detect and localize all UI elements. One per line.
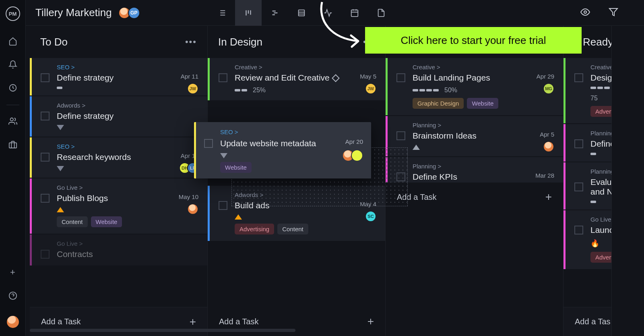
checkbox[interactable] <box>219 201 227 210</box>
progress-indicator <box>57 87 62 89</box>
card-title: Brainstorm Ideas <box>413 131 477 141</box>
horizontal-scrollbar[interactable] <box>30 329 295 332</box>
card-date: Apr 11 <box>181 73 198 80</box>
task-card[interactable]: Go Live > Publish Blogs May 10 ContentWe… <box>30 178 207 234</box>
activity-view-icon[interactable] <box>315 0 341 26</box>
checkbox[interactable] <box>396 131 405 140</box>
task-card[interactable]: Adwords > Define strategy <box>30 96 207 137</box>
task-card[interactable]: SEO > Research keywords Apr 13 DHLP <box>30 137 207 178</box>
filter-icon[interactable] <box>609 7 618 19</box>
card-title: Research keywords <box>57 152 131 162</box>
add-task-button[interactable]: Add a Task+ <box>386 183 563 212</box>
checkbox[interactable] <box>219 73 227 82</box>
tag[interactable]: Website <box>467 98 498 109</box>
card-date: May 5 <box>360 73 376 80</box>
card-title: Define KPIs <box>413 172 457 182</box>
plus-icon: + <box>190 315 196 328</box>
clock-icon[interactable] <box>5 80 21 96</box>
card-date: Mar 28 <box>535 172 554 179</box>
checkbox[interactable] <box>41 250 50 259</box>
help-icon[interactable] <box>5 288 21 304</box>
card-category[interactable]: Creative <box>590 64 603 71</box>
checkbox[interactable] <box>41 153 50 162</box>
task-card[interactable]: Go Live Launc 🔥 Adverti <box>564 210 611 269</box>
card-category[interactable]: Creative > <box>235 64 376 71</box>
add-icon[interactable]: + <box>5 264 21 280</box>
file-view-icon[interactable] <box>368 0 394 26</box>
calendar-view-icon[interactable] <box>341 0 368 26</box>
task-card[interactable]: Planning Define <box>564 124 611 162</box>
card-category[interactable]: SEO > <box>220 129 363 135</box>
column-more-icon[interactable]: ••• <box>185 37 197 47</box>
user-avatar-icon[interactable] <box>7 316 19 328</box>
column-title: In Design <box>218 36 262 48</box>
board-view-icon[interactable] <box>235 0 262 26</box>
dragging-card[interactable]: SEO > Update website metadata Apr 20 Web… <box>194 122 371 178</box>
checkbox[interactable] <box>41 194 50 203</box>
task-card[interactable]: Creative > Review and Edit Creative May … <box>208 58 385 100</box>
card-category[interactable]: Planning > <box>413 122 554 129</box>
card-category[interactable]: Go Live <box>590 216 603 223</box>
task-card[interactable]: Creative Desig 75 Adverti <box>564 58 611 123</box>
people-icon[interactable] <box>5 113 21 129</box>
card-category[interactable]: SEO > <box>57 64 198 71</box>
column-ready: Ready Creative Desig 75 Adverti Planning… <box>564 26 612 336</box>
add-task-button[interactable]: Add a Tas <box>564 307 611 336</box>
bell-icon[interactable] <box>5 56 21 73</box>
tag[interactable]: Graphic Design <box>413 98 464 109</box>
card-category[interactable]: Go Live > <box>57 240 198 247</box>
gantt-view-icon[interactable] <box>262 0 288 26</box>
progress-indicator <box>590 153 596 155</box>
home-icon[interactable] <box>5 33 21 49</box>
checkbox[interactable] <box>204 139 213 148</box>
task-card[interactable]: Creative > Build Landing Pages Apr 29 MG… <box>386 58 563 115</box>
tag[interactable]: Adverti <box>590 106 611 117</box>
tag[interactable]: Content <box>57 216 88 227</box>
card-title: Review and Edit Creative <box>235 73 339 83</box>
progress-indicator <box>413 89 439 91</box>
cta-banner[interactable]: Click here to start your free trial <box>365 27 582 54</box>
list-view-icon[interactable] <box>208 0 235 26</box>
card-category[interactable]: Adwords > <box>57 102 198 109</box>
task-card[interactable]: Planning > Brainstorm Ideas Apr 5 <box>386 116 563 156</box>
view-switcher <box>208 0 394 26</box>
card-category[interactable]: Creative > <box>413 64 554 71</box>
priority-icon <box>220 153 227 158</box>
tag[interactable]: Adverti <box>590 252 611 263</box>
priority-low-icon <box>57 125 64 130</box>
column-title: To Do <box>40 36 68 48</box>
card-category[interactable]: Planning <box>590 130 603 137</box>
card-title: Publish Blogs <box>57 193 108 203</box>
tag[interactable]: Website <box>91 216 122 227</box>
priority-high-icon <box>57 207 64 212</box>
task-card[interactable]: SEO > Define strategy Apr 11 JW <box>30 58 207 95</box>
task-card[interactable]: Go Live > Contracts <box>30 234 207 265</box>
tag[interactable]: Content <box>277 224 308 234</box>
project-title: Tillery Marketing <box>35 6 112 19</box>
checkbox[interactable] <box>574 139 583 148</box>
sheet-view-icon[interactable] <box>288 0 315 26</box>
avatar: MG <box>543 83 554 94</box>
card-category[interactable]: Planning <box>590 168 603 175</box>
card-category[interactable]: Go Live > <box>57 184 198 191</box>
briefcase-icon[interactable] <box>5 137 21 153</box>
eye-icon[interactable] <box>580 7 590 19</box>
tag[interactable]: Website <box>220 162 252 173</box>
checkbox[interactable] <box>41 73 50 82</box>
project-members[interactable]: GP <box>121 7 140 19</box>
task-card[interactable]: Planning > Define KPIs Mar 28 DH <box>386 157 563 183</box>
logo-pm[interactable]: PM <box>6 6 20 21</box>
percent: 50% <box>444 87 457 94</box>
card-category[interactable]: Planning > <box>413 163 554 170</box>
tag[interactable]: Advertising <box>235 224 274 234</box>
checkbox[interactable] <box>41 112 50 120</box>
card-category[interactable]: SEO > <box>57 143 198 150</box>
card-title: Contracts <box>57 249 93 259</box>
checkbox[interactable] <box>574 226 583 234</box>
checkbox[interactable] <box>574 73 583 82</box>
task-card[interactable]: Planning Evalua and N <box>564 162 611 209</box>
checkbox[interactable] <box>396 73 405 82</box>
card-date: Apr 20 <box>345 138 363 145</box>
checkbox[interactable] <box>574 183 583 191</box>
progress-indicator <box>590 201 596 203</box>
